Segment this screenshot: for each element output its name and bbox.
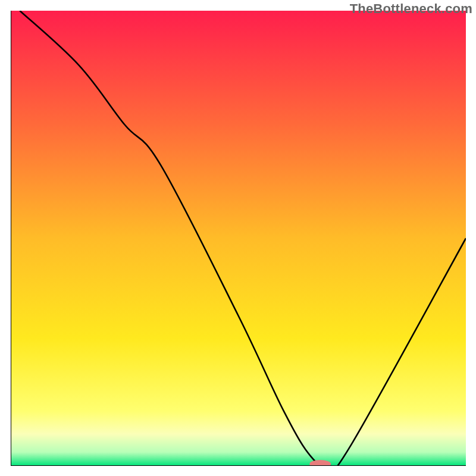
chart-svg [11, 11, 466, 466]
gradient-background [11, 11, 466, 466]
bottleneck-chart [11, 11, 466, 466]
